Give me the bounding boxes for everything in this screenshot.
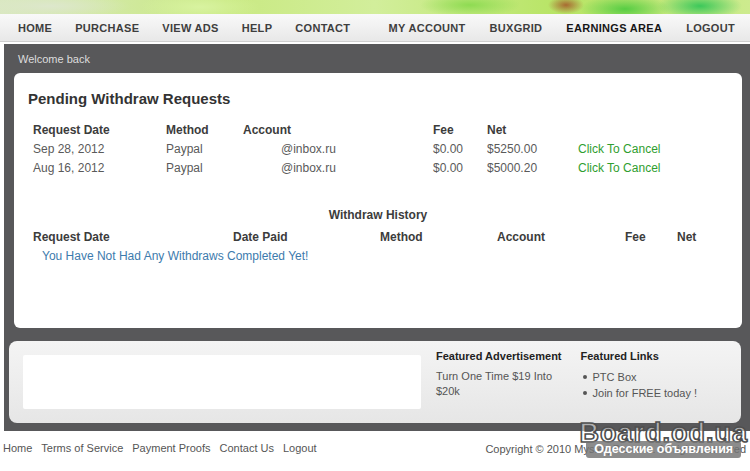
featured-link-join-free[interactable]: Join for FREE today ! bbox=[581, 385, 698, 401]
history-header-account: Account bbox=[497, 228, 625, 247]
cancel-withdraw-link[interactable]: Click To Cancel bbox=[578, 142, 660, 156]
pending-row-date: Sep 28, 2012 bbox=[33, 140, 166, 159]
footer-link-logout[interactable]: Logout bbox=[283, 442, 317, 454]
featured-links-title: Featured Links bbox=[581, 350, 698, 362]
history-header-method: Method bbox=[380, 228, 497, 247]
footer-link-home[interactable]: Home bbox=[3, 442, 32, 454]
nav-item-contact[interactable]: CONTACT bbox=[295, 22, 350, 34]
cancel-withdraw-link[interactable]: Click To Cancel bbox=[578, 161, 660, 175]
history-header-fee: Fee bbox=[625, 228, 677, 247]
pending-withdraw-table: Request Date Method Account Fee Net Sep … bbox=[33, 121, 743, 178]
pending-row-net: $5250.00 bbox=[487, 140, 578, 159]
welcome-message: Welcome back bbox=[4, 44, 750, 73]
nav-item-logout[interactable]: LOGOUT bbox=[686, 22, 735, 34]
nav-left-group: HOME PURCHASE VIEW ADS HELP CONTACT bbox=[18, 22, 350, 34]
nav-item-view-ads[interactable]: VIEW ADS bbox=[162, 22, 218, 34]
earnings-panel: Pending Withdraw Requests Request Date M… bbox=[14, 73, 742, 328]
featured-advertisement-title: Featured Advertisement bbox=[436, 350, 562, 362]
pending-row-fee: $0.00 bbox=[433, 159, 487, 178]
ad-banner-placeholder[interactable] bbox=[23, 355, 421, 409]
pending-header-action bbox=[578, 121, 743, 140]
nav-item-buxgrid[interactable]: BUXGRID bbox=[490, 22, 543, 34]
pending-row-method: Paypal bbox=[166, 140, 243, 159]
history-header-date-paid: Date Paid bbox=[233, 228, 380, 247]
header-banner-image bbox=[0, 0, 750, 14]
copyright-text: Copyright © 2010 MysteryPtc.com. All rig… bbox=[485, 443, 746, 455]
history-empty-message: You Have Not Had Any Withdraws Completed… bbox=[42, 247, 742, 266]
featured-advertisement-text[interactable]: Turn One Time $19 Into $20k bbox=[436, 369, 552, 399]
featured-bar: Featured Advertisement Turn One Time $19… bbox=[9, 341, 741, 423]
pending-row-net: $5000.20 bbox=[487, 159, 578, 178]
pending-row-date: Aug 16, 2012 bbox=[33, 159, 166, 178]
featured-links-list: PTC Box Join for FREE today ! bbox=[581, 369, 698, 401]
footer-link-terms[interactable]: Terms of Service bbox=[41, 442, 123, 454]
pending-row-fee: $0.00 bbox=[433, 140, 487, 159]
nav-item-help[interactable]: HELP bbox=[242, 22, 273, 34]
featured-link-ptc-box[interactable]: PTC Box bbox=[581, 369, 698, 385]
page-footer: Home Terms of Service Payment Proofs Con… bbox=[0, 431, 750, 471]
pending-header-request-date: Request Date bbox=[33, 121, 166, 140]
withdraw-history-table: Request Date Date Paid Method Account Fe… bbox=[33, 228, 743, 247]
pending-header-net: Net bbox=[487, 121, 578, 140]
featured-links-section: Featured Links PTC Box Join for FREE tod… bbox=[581, 350, 698, 423]
nav-item-home[interactable]: HOME bbox=[18, 22, 52, 34]
pending-row-account: @inbox.ru bbox=[243, 159, 433, 178]
footer-link-contact-us[interactable]: Contact Us bbox=[220, 442, 274, 454]
footer-link-payment-proofs[interactable]: Payment Proofs bbox=[132, 442, 210, 454]
nav-right-group: MY ACCOUNT BUXGRID EARNINGS AREA LOGOUT bbox=[389, 22, 735, 34]
nav-item-earnings-area[interactable]: EARNINGS AREA bbox=[566, 22, 662, 34]
history-header-net: Net bbox=[677, 228, 743, 247]
pending-row-account: @inbox.ru bbox=[243, 140, 433, 159]
history-header-request-date: Request Date bbox=[33, 228, 233, 247]
top-navbar: HOME PURCHASE VIEW ADS HELP CONTACT MY A… bbox=[0, 14, 750, 42]
pending-withdraw-title: Pending Withdraw Requests bbox=[28, 90, 742, 107]
nav-item-purchase[interactable]: PURCHASE bbox=[75, 22, 139, 34]
content-wrapper: Welcome back Pending Withdraw Requests R… bbox=[4, 44, 750, 431]
pending-header-method: Method bbox=[166, 121, 243, 140]
pending-header-account: Account bbox=[243, 121, 433, 140]
nav-item-my-account[interactable]: MY ACCOUNT bbox=[389, 22, 466, 34]
pending-row-method: Paypal bbox=[166, 159, 243, 178]
pending-header-fee: Fee bbox=[433, 121, 487, 140]
featured-advertisement-section: Featured Advertisement Turn One Time $19… bbox=[436, 350, 562, 423]
withdraw-history-title: Withdraw History bbox=[14, 208, 742, 222]
